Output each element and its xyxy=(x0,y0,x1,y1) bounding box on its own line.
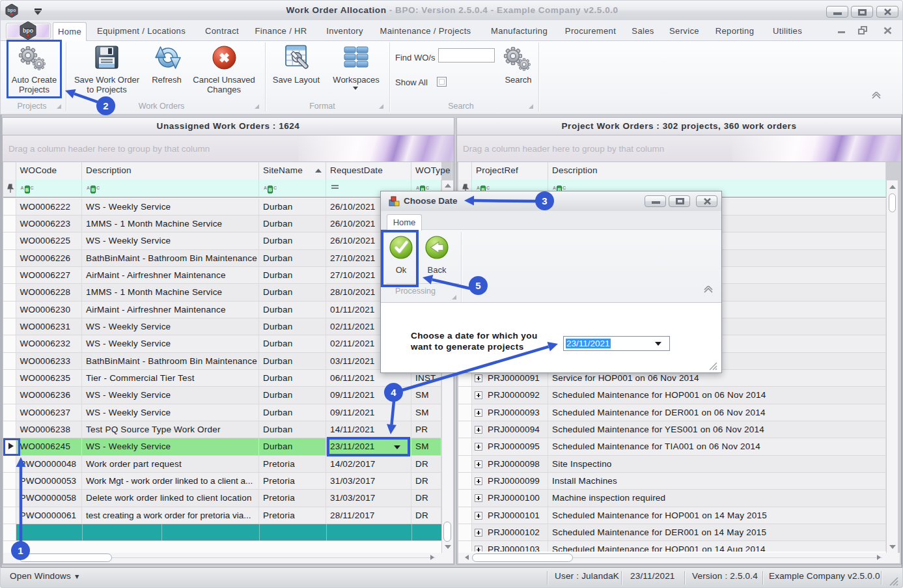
svg-text:bpo: bpo xyxy=(23,27,34,34)
